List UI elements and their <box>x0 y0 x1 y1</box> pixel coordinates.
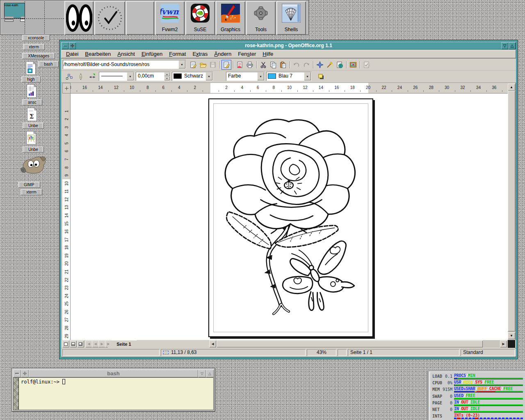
status-page-cell[interactable]: Seite 1 / 1 <box>348 349 459 356</box>
url-input[interactable] <box>64 61 178 68</box>
layer-view-button-2[interactable] <box>70 340 77 347</box>
first-page-button[interactable]: ◀ <box>85 340 92 347</box>
status-position-cell[interactable]: 11,13 / 8,63 <box>161 349 306 356</box>
shadow-toggle-button[interactable] <box>316 72 326 82</box>
chevron-down-icon[interactable]: ▼ <box>257 72 264 80</box>
chevron-down-icon[interactable]: ▼ <box>127 72 134 80</box>
ruler-number: 23 <box>64 284 69 292</box>
desktop-icon-high[interactable]: high <box>21 76 41 82</box>
panel-button-tools[interactable]: Tools <box>246 1 276 35</box>
terminal-stick-button[interactable] <box>21 370 29 377</box>
scroll-up-button[interactable]: ▲ <box>508 84 515 91</box>
window-menu-button[interactable] <box>62 42 68 49</box>
desktop-icon-unbe[interactable]: Unbe <box>23 146 44 153</box>
menu-ansicht[interactable]: Ansicht <box>114 50 138 58</box>
pager-mini-terminal[interactable] <box>5 19 14 22</box>
edit-mode-icon[interactable] <box>221 60 231 70</box>
desktop-icon-unbe[interactable]: Unbe <box>23 123 44 129</box>
desktop-icon-bash[interactable]: bash <box>38 61 59 67</box>
terminal-content[interactable]: rolf@linux:~> <box>13 377 214 410</box>
empty-panel-button[interactable] <box>126 1 154 35</box>
doc-globe-icon[interactable] <box>335 60 345 70</box>
line-color-combobox[interactable]: Schwarz ▼ <box>172 72 213 81</box>
panel-button-shells[interactable]: Shells <box>276 1 306 35</box>
calc-document-icon[interactable] <box>25 84 38 100</box>
menu-datei[interactable]: Datei <box>63 50 82 58</box>
menu-fenster[interactable]: Fenster <box>235 50 259 58</box>
toolbar-separator <box>231 61 235 69</box>
menu-einfgen[interactable]: Einfügen <box>138 50 166 58</box>
menu-format[interactable]: Format <box>166 50 189 58</box>
writer-document-icon[interactable] <box>25 61 37 77</box>
scroll-left-button[interactable]: ◀ <box>209 340 216 347</box>
copy-icon[interactable] <box>268 60 278 70</box>
prev-page-button[interactable]: ◀ <box>92 340 99 347</box>
maximize-button[interactable]: △ <box>509 42 516 49</box>
cut-icon[interactable] <box>258 60 268 70</box>
impress-document-icon[interactable] <box>25 130 37 147</box>
panel-button-fvwm2[interactable]: fvwmFvwm2 <box>155 1 185 35</box>
openoffice-titlebar[interactable]: rose-kathrin.png - OpenOffice.org 1.1 ▽ … <box>61 42 516 50</box>
scroll-down-button[interactable]: ▼ <box>508 332 515 339</box>
terminal-minimize-button[interactable]: ▽ <box>198 370 206 377</box>
terminal-scrollbar[interactable] <box>14 378 19 410</box>
status-template-cell[interactable]: Standard <box>461 349 515 356</box>
ruler-number: 8 <box>64 163 69 171</box>
chevron-down-icon[interactable]: ▼ <box>205 72 212 80</box>
url-combobox[interactable]: ▼ <box>63 60 186 69</box>
export-pdf-icon[interactable] <box>235 60 245 70</box>
pager-mini-monitor[interactable] <box>20 19 25 22</box>
menu-bearbeiten[interactable]: Bearbeiten <box>82 50 114 58</box>
line-width-spinner[interactable]: ▲ ▼ <box>164 72 170 80</box>
desktop-icon-xterm[interactable]: xterm <box>23 44 45 50</box>
menu-ndern[interactable]: Ändern <box>211 50 235 58</box>
desktop-icon-xterm[interactable]: xterm <box>21 189 42 195</box>
desktop-icon-ansc[interactable]: ansc <box>22 99 42 105</box>
gimp-wilber-icon[interactable] <box>20 155 47 179</box>
minimize-button[interactable]: ▽ <box>501 42 508 49</box>
open-icon[interactable] <box>198 60 208 70</box>
edit-file-icon[interactable] <box>188 60 198 70</box>
layer-view-button-1[interactable] <box>62 340 69 347</box>
gallery-icon[interactable] <box>348 60 358 70</box>
line-style-combobox[interactable]: ▼ <box>99 72 134 81</box>
pen-icon[interactable] <box>76 72 86 82</box>
desktop-icon-gimp[interactable]: GIMP <box>18 182 40 188</box>
pager-mini-window[interactable]: rose-kath <box>4 3 25 18</box>
navigator-icon[interactable] <box>315 60 325 70</box>
scroll-right-button[interactable]: ▶ <box>500 340 507 347</box>
chevron-down-icon[interactable]: ▼ <box>304 72 311 80</box>
desktop-icon-xmessages[interactable]: XMessages <box>22 53 55 59</box>
terminal-maximize-button[interactable]: △ <box>206 370 214 377</box>
panel-button-suse[interactable]: SuSE <box>185 1 215 35</box>
ruler-number: 6 <box>257 85 259 90</box>
print-icon[interactable] <box>245 60 255 70</box>
edit-points-icon[interactable] <box>64 72 74 82</box>
terminal-menu-button[interactable] <box>13 370 21 377</box>
document-page[interactable] <box>208 98 373 337</box>
fill-color-combobox[interactable]: Blau 7 ▼ <box>266 72 311 81</box>
panel-button-graphics[interactable]: Graphics <box>216 1 245 35</box>
arrow-style-icon[interactable] <box>87 72 97 82</box>
ruler-number: 4 <box>241 85 244 90</box>
horizontal-scroll-thumb[interactable] <box>217 340 483 347</box>
status-zoom-cell[interactable]: 43% <box>307 349 336 356</box>
drawing-canvas[interactable] <box>71 94 508 340</box>
fill-style-combobox[interactable]: Farbe ▼ <box>226 72 265 81</box>
virtual-desktop-pager[interactable]: rose-kath <box>1 1 64 34</box>
paste-icon[interactable] <box>278 60 288 70</box>
math-document-icon[interactable]: Σ <box>26 107 38 123</box>
window-stick-button[interactable] <box>69 42 76 49</box>
desktop-icon-xconsole[interactable]: xconsole <box>22 35 50 41</box>
next-page-button[interactable]: ▶ <box>98 340 105 347</box>
vertical-scroll-thumb[interactable] <box>508 91 515 331</box>
vertical-scrollbar[interactable]: ▲ ▼ <box>508 84 515 339</box>
terminal-titlebar[interactable]: bash ▽ △ <box>13 370 214 377</box>
page-tab[interactable]: Seite 1 <box>107 340 140 348</box>
layer-view-button-3[interactable] <box>77 340 84 347</box>
line-width-field[interactable]: 0,00cm ▲ ▼ <box>136 72 170 81</box>
menu-hilfe[interactable]: Hilfe <box>259 50 276 58</box>
hyperlink-icon[interactable] <box>325 60 335 70</box>
url-dropdown-button[interactable]: ▼ <box>178 60 185 68</box>
menu-extras[interactable]: Extras <box>189 50 211 58</box>
